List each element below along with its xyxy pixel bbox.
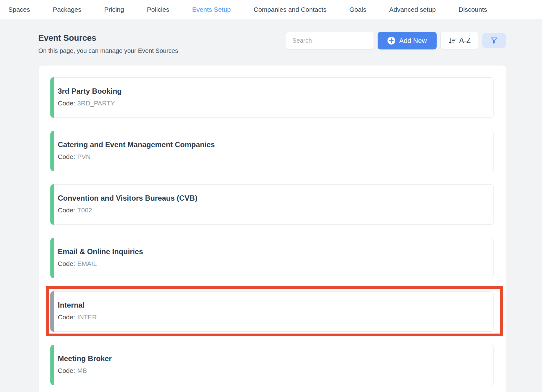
card-accent-strip [50,238,54,278]
code-label: Code: [58,100,75,107]
add-new-button[interactable]: Add New [378,32,437,49]
nav-item-policies[interactable]: Policies [147,6,169,13]
code-label: Code: [58,313,75,321]
card-title: Internal [58,301,97,309]
code-value: MB [77,367,87,374]
filter-button[interactable] [482,33,506,48]
card-title: Meeting Broker [58,354,112,363]
code-value: INTER [77,313,97,321]
add-new-label: Add New [399,37,427,45]
funnel-icon [490,37,498,44]
plus-circle-icon [387,37,395,45]
card-accent-strip [50,184,54,225]
card-code: Code:EMAIL [58,260,143,267]
search-input[interactable] [286,32,374,49]
card-code: Code:INTER [58,313,97,321]
card-accent-strip [50,77,54,118]
card-accent-strip [50,131,54,171]
event-sources-page: Spaces Packages Pricing Policies Events … [0,0,542,392]
nav-item-spaces[interactable]: Spaces [8,6,30,13]
page-subtitle: On this page, you can manage your Event … [38,47,178,54]
code-label: Code: [58,153,75,160]
card-title: 3rd Party Booking [58,87,122,96]
card-code: Code:MB [58,367,112,374]
top-nav: Spaces Packages Pricing Policies Events … [0,0,542,19]
code-value: PVN [77,153,91,160]
code-label: Code: [58,207,75,214]
event-source-card-cvb[interactable]: Convention and Visitors Bureaus (CVB) Co… [50,184,494,225]
event-source-card-catering[interactable]: Catering and Event Management Companies … [50,131,494,171]
nav-item-goals[interactable]: Goals [349,6,366,13]
nav-item-packages[interactable]: Packages [53,6,81,13]
page-title: Event Sources [38,33,96,43]
event-source-card-email[interactable]: Email & Online Inquiries Code:EMAIL [50,238,494,278]
nav-item-events-setup[interactable]: Events Setup [192,6,231,13]
card-code: Code:PVN [58,153,215,160]
code-value: 3RD_PARTY [77,100,115,107]
card-code: Code:T002 [58,207,197,214]
sort-descending-icon [448,37,456,45]
code-value: T002 [77,207,92,214]
event-source-card-3rd-party-booking[interactable]: 3rd Party Booking Code:3RD_PARTY [50,77,494,118]
event-source-card-meeting-broker[interactable]: Meeting Broker Code:MB [50,345,494,385]
nav-item-pricing[interactable]: Pricing [104,6,124,13]
code-value: EMAIL [77,260,97,267]
code-label: Code: [58,367,75,374]
nav-item-companies-and-contacts[interactable]: Companies and Contacts [254,6,327,13]
nav-item-advanced-setup[interactable]: Advanced setup [389,6,436,13]
card-title: Catering and Event Management Companies [58,140,215,149]
card-title: Convention and Visitors Bureaus (CVB) [58,194,197,202]
card-accent-strip [50,345,54,385]
nav-item-discounts[interactable]: Discounts [459,6,487,13]
card-accent-strip [50,291,54,332]
sort-az-button[interactable]: A-Z [440,32,478,49]
code-label: Code: [58,260,75,267]
sort-az-label: A-Z [459,36,471,45]
card-title: Email & Online Inquiries [58,247,143,256]
event-source-card-internal[interactable]: Internal Code:INTER [50,291,494,332]
card-code: Code:3RD_PARTY [58,100,122,107]
